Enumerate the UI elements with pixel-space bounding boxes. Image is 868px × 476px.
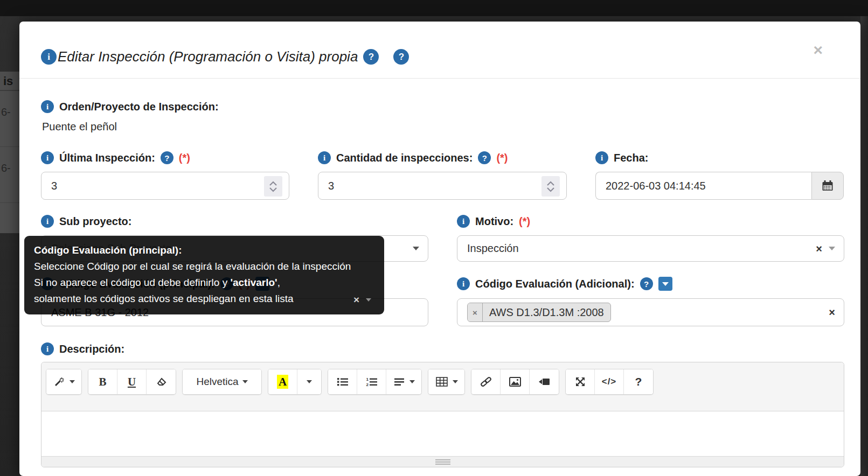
background-table-fragment: is 6- 6- — [0, 72, 19, 233]
svg-text:2: 2 — [366, 382, 369, 387]
bold-button[interactable]: B — [88, 369, 117, 394]
svg-text:1: 1 — [366, 377, 369, 382]
unordered-list-icon — [336, 375, 349, 388]
chevron-down-icon — [366, 298, 371, 302]
orden-label: Orden/Proyecto de Inspección: — [59, 101, 219, 113]
picture-icon — [508, 375, 522, 388]
info-icon: i — [41, 342, 54, 355]
required-marker: (*) — [519, 215, 530, 228]
number-spinner[interactable] — [264, 176, 282, 197]
info-icon: i — [41, 100, 54, 113]
codigo-adicional-label: Código Evaluación (Adicional): — [475, 278, 635, 290]
editor-content[interactable] — [41, 411, 844, 456]
font-color-button[interactable]: A — [268, 369, 297, 394]
font-color-dropdown-button[interactable] — [297, 369, 321, 394]
ultima-input[interactable]: 3 — [41, 172, 289, 200]
info-icon: i — [41, 151, 54, 164]
ultima-label: Última Inspección: — [59, 152, 155, 164]
code-view-button[interactable]: </> — [595, 369, 624, 394]
modal-header: i Editar Inspección (Programación o Visi… — [19, 22, 860, 65]
background-table-header: is — [0, 72, 19, 91]
codigo-principal-tooltip: Código Evaluación (principal): Seleccion… — [24, 236, 384, 314]
modal-body: i Orden/Proyecto de Inspección: Puente e… — [19, 79, 860, 467]
font-family-button[interactable]: Helvetica — [183, 369, 261, 394]
tooltip-title: Código Evaluación (principal): — [34, 244, 182, 256]
info-icon: i — [41, 215, 54, 228]
underline-icon: U — [128, 375, 136, 389]
editor-help-button[interactable]: ? — [624, 369, 653, 394]
table-icon — [435, 375, 449, 388]
grip-icon — [435, 459, 450, 465]
tooltip-line: Si no aparece el código ud debe definirl… — [34, 275, 374, 291]
codigo-adicional-select[interactable]: × AWS D1.3/D1.3M :2008 × — [457, 298, 844, 326]
ultima-value: 3 — [51, 180, 57, 192]
fullscreen-button[interactable] — [566, 369, 595, 394]
remove-tag-icon[interactable]: × — [468, 303, 483, 321]
motivo-label: Motivo: — [475, 215, 513, 228]
info-icon: i — [595, 151, 608, 164]
insert-link-button[interactable] — [471, 369, 501, 394]
editor-resize-handle[interactable] — [41, 456, 844, 467]
cantidad-field: i Cantidad de inspecciones: ? (*) 3 — [318, 151, 567, 200]
dropdown-toggle-icon[interactable] — [658, 277, 672, 291]
chevron-down-icon — [70, 380, 75, 383]
fecha-value: 2022-06-03 04:14:45 — [606, 180, 706, 192]
align-icon — [393, 375, 406, 388]
insert-picture-button[interactable] — [501, 369, 530, 394]
descripcion-label: Descripción: — [59, 343, 124, 355]
video-icon — [537, 375, 551, 388]
info-icon: i — [318, 151, 331, 164]
close-icon[interactable]: × — [813, 42, 823, 58]
rich-text-editor: B U Helvetica — [41, 362, 844, 467]
background-table-cell: 6- — [0, 91, 19, 147]
clear-format-button[interactable] — [147, 369, 176, 394]
chevron-down-icon — [829, 247, 835, 250]
motivo-value: Inspección — [467, 242, 519, 255]
help-icon[interactable]: ? — [478, 151, 491, 164]
help-icon[interactable]: ? — [161, 151, 173, 164]
modal-title: Editar Inspección (Programación o Visita… — [58, 48, 358, 65]
magic-style-button[interactable] — [46, 369, 81, 394]
orden-value: Puente el peñol — [42, 121, 844, 133]
font-color-icon: A — [277, 375, 288, 389]
help-icon[interactable]: ? — [393, 49, 409, 65]
clear-icon[interactable]: × — [816, 243, 822, 254]
fecha-label: Fecha: — [614, 152, 648, 164]
unordered-list-button[interactable] — [328, 369, 357, 394]
background-top-bar — [0, 0, 868, 16]
codigo-principal-clear-icon[interactable]: × — [353, 292, 359, 308]
number-spinner[interactable] — [541, 176, 560, 197]
ultima-field: i Última Inspección: ? (*) 3 — [41, 151, 289, 200]
table-button[interactable] — [428, 369, 464, 394]
paragraph-align-button[interactable] — [386, 369, 421, 394]
insert-video-button[interactable] — [530, 369, 559, 394]
background-table-cell: 6- — [0, 147, 19, 203]
help-icon[interactable]: ? — [640, 277, 653, 290]
fecha-input[interactable]: 2022-06-03 04:14:45 — [595, 172, 811, 200]
chevron-down-icon — [453, 380, 458, 383]
info-icon: i — [41, 49, 57, 65]
chevron-down-icon — [242, 380, 248, 383]
ordered-list-button[interactable]: 1 2 — [357, 369, 386, 394]
code-icon: </> — [602, 376, 617, 387]
tooltip-line: solamente los códigos activos se desplie… — [34, 291, 374, 307]
underline-button[interactable]: U — [117, 369, 147, 394]
motivo-field: i Motivo: (*) Inspección × — [457, 215, 844, 262]
background-right-strip — [860, 16, 868, 476]
chevron-down-icon — [307, 380, 312, 383]
chevron-down-icon — [409, 380, 415, 383]
required-marker: (*) — [179, 152, 190, 164]
background-left-strip: is 6- 6- — [0, 16, 19, 476]
help-icon[interactable]: ? — [363, 49, 379, 65]
eraser-icon — [155, 375, 168, 388]
fecha-field: i Fecha: 2022-06-03 04:14:45 — [595, 151, 844, 200]
tooltip-line: Seleccione Código por el cual se regirá … — [34, 258, 374, 275]
link-icon — [479, 375, 493, 388]
calendar-button[interactable] — [811, 172, 844, 200]
edit-inspection-modal: × i Editar Inspección (Programación o Vi… — [19, 22, 860, 476]
motivo-select[interactable]: Inspección × — [457, 235, 844, 262]
clear-icon[interactable]: × — [829, 307, 835, 318]
cantidad-label: Cantidad de inspecciones: — [336, 152, 473, 164]
cantidad-input[interactable]: 3 — [318, 172, 567, 200]
info-icon: i — [457, 277, 470, 290]
